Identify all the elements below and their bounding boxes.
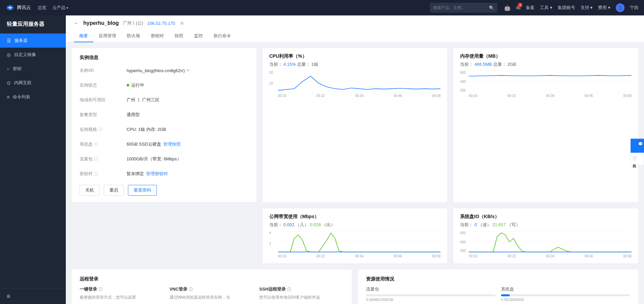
- support-label: 支持: [638, 149, 643, 150]
- tab-snapshots[interactable]: 快照: [169, 30, 189, 42]
- tab-overview[interactable]: 概要: [74, 30, 93, 42]
- doc-float-button[interactable]: 📄 文档: [631, 153, 644, 165]
- page-content: 实例信息 名称/ID hyperhu_blog(lhins-cm8g62rr) …: [66, 42, 644, 304]
- mem-y-labels: 600 400 200: [460, 71, 467, 92]
- sidebar-item-servers[interactable]: ☰ 服务器: [0, 34, 66, 48]
- cpu-chart-inner: [278, 71, 441, 92]
- tab-apps[interactable]: 应用管理: [93, 30, 122, 42]
- in-label: （入）: [295, 222, 309, 227]
- user-avatar[interactable]: 👤: [616, 3, 625, 12]
- edit-name-icon[interactable]: ✏: [187, 68, 190, 73]
- tab-keypairs[interactable]: 密钥对: [145, 30, 169, 42]
- cpu-total: 1核: [311, 62, 318, 67]
- mail-icon[interactable]: ✉ 3: [516, 5, 520, 11]
- mem-chart-svg: [469, 71, 632, 92]
- cpu-current-val: 4.15%: [283, 62, 296, 67]
- manage-keypair-link[interactable]: 管理密钥对: [146, 171, 168, 177]
- server-ip: 106.52.75.175: [147, 21, 175, 26]
- cpu-y-labels: 20 10: [269, 71, 277, 92]
- search-icon[interactable]: 🔍: [489, 5, 494, 10]
- cpu-metric-title: CPU利用率（%）: [269, 53, 441, 59]
- nav-support[interactable]: 支持 ▾: [581, 5, 593, 11]
- copy-ip-icon[interactable]: ⧉: [181, 21, 184, 26]
- mem-chart-inner: [469, 71, 632, 92]
- remote-login-title: 远程登录: [80, 276, 344, 282]
- remote-method-ssh: SSH远程登录 ⓘ 您可以使用本地SSH客户端软件远: [259, 286, 344, 300]
- sub-header: ← hyperhu_blog 广州丨(公) 106.52.75.175 ⧉ 概要…: [66, 15, 644, 42]
- keys-icon: ○: [7, 66, 9, 71]
- read-label: （读）: [478, 222, 491, 227]
- label-spec: 实例规格 ⓘ: [80, 124, 127, 135]
- memory-current-val: 466.5MB: [474, 62, 492, 67]
- resource-disk-fill: [501, 294, 510, 296]
- spec-info-icon[interactable]: ⓘ: [98, 127, 102, 133]
- method-ssh-title: SSH远程登录 ⓘ: [259, 286, 344, 292]
- sidebar-item-label: 内网互联: [14, 80, 32, 86]
- logo-icon: [5, 4, 15, 11]
- top-nav: 腾讯云 总览 云产品 🔍 🤖 ✉ 3 备案 工具 ▾ 集团账号 支持 ▾ 费用 …: [0, 0, 644, 15]
- support-float-button[interactable]: 💬 支持: [631, 139, 644, 153]
- network-icon: ⊙: [7, 80, 11, 86]
- instance-grid: 名称/ID hyperhu_blog(lhins-cm8g62rr) ✏ 实例状…: [80, 65, 248, 180]
- tab-command[interactable]: 执行命令: [208, 30, 236, 42]
- label-name-id: 名称/ID: [80, 65, 127, 76]
- doc-label: 文档: [632, 161, 637, 162]
- nav-tools[interactable]: 工具 ▾: [540, 5, 552, 11]
- resource-traffic-bar: [366, 294, 496, 296]
- value-package: 通用型: [127, 109, 248, 120]
- bandwidth-in-val: 0.002: [283, 222, 294, 227]
- bandwidth-chart: 4 2: [269, 231, 441, 258]
- sidebar-item-keys[interactable]: ○ 密钥: [0, 62, 66, 76]
- sidebar-item-network[interactable]: ⊙ 内网互联: [0, 76, 66, 90]
- search-input[interactable]: [433, 5, 489, 10]
- sidebar-item-commands[interactable]: ≡ 命令列表: [0, 90, 66, 104]
- shutdown-button[interactable]: 关机: [80, 185, 100, 196]
- restart-button[interactable]: 重启: [104, 185, 124, 196]
- value-region: 广州 丨 广州三区: [127, 94, 248, 106]
- cpu-chart-svg: [278, 71, 441, 92]
- sidebar-item-images[interactable]: ◎ 自定义镜像: [0, 48, 66, 62]
- method-ssh-info[interactable]: ⓘ: [287, 287, 291, 292]
- nav-products[interactable]: 云产品: [52, 5, 68, 11]
- label-status: 实例状态: [80, 80, 127, 91]
- method-vnc-info[interactable]: ⓘ: [189, 287, 193, 292]
- nav-beian[interactable]: 备案: [526, 5, 535, 11]
- tab-firewall[interactable]: 防火墙: [122, 30, 145, 42]
- method-1click-info[interactable]: ⓘ: [98, 287, 102, 292]
- nav-overview[interactable]: 总览: [38, 5, 46, 11]
- top-nav-icons: 🤖 ✉ 3 备案 工具 ▾ 集团账号 支持 ▾ 费用 ▾ 👤 宁跌: [504, 3, 639, 12]
- robot-icon[interactable]: 🤖: [504, 5, 511, 11]
- value-keypair: 暂未绑定 管理密钥对: [127, 168, 248, 180]
- io-x-labels: 00:10 00:22 00:34 00:46 00:58: [469, 254, 632, 258]
- sidebar-collapse[interactable]: ≡: [0, 289, 66, 304]
- notification-badge: 3: [518, 3, 522, 7]
- traffic-info-icon[interactable]: ⓘ: [94, 156, 98, 162]
- resource-grid: 流量包 0.00MB/1000GB 系统盘 4.00GB/60GB: [366, 286, 630, 302]
- nav-group[interactable]: 集团账号: [558, 5, 575, 11]
- write-label: （写）: [507, 222, 520, 227]
- bandwidth-metric-title: 公网带宽使用（Mbps）: [269, 214, 441, 220]
- spacer: [71, 208, 257, 264]
- sidebar-title: 轻量应用服务器: [0, 15, 66, 34]
- sidebar-item-label: 命令列表: [13, 94, 30, 100]
- bottom-row: 远程登录 一键登录 ⓘ 最便捷的登录方式，您可以设置 VNC登录: [71, 269, 639, 304]
- bw-chart-inner: [278, 231, 441, 253]
- manage-snapshot-link[interactable]: 管理快照: [163, 141, 181, 147]
- diskio-current: 当前： 0 （读） 21.657 （写）: [460, 222, 632, 228]
- bandwidth-out-val: 0.028: [310, 222, 321, 227]
- cpu-current: 当前： 4.15% 总量： 1核: [269, 61, 441, 67]
- tab-monitor[interactable]: 监控: [189, 30, 208, 42]
- support-icon: 💬: [638, 141, 643, 147]
- value-status: 运行中: [127, 80, 248, 91]
- sub-header-top: ← hyperhu_blog 广州丨(公) 106.52.75.175 ⧉: [74, 20, 636, 26]
- user-name[interactable]: 宁跌: [630, 5, 639, 11]
- images-icon: ◎: [7, 52, 11, 57]
- disk-info-icon[interactable]: ⓘ: [94, 142, 98, 147]
- logo[interactable]: 腾讯云: [5, 4, 31, 11]
- back-button[interactable]: ←: [74, 20, 79, 26]
- keypair-info-icon[interactable]: ⓘ: [94, 171, 98, 177]
- out-label: （出）: [322, 222, 335, 227]
- reset-password-button[interactable]: 重置密码: [128, 185, 157, 196]
- top-nav-links: 总览 云产品: [38, 5, 68, 11]
- nav-fees[interactable]: 费用 ▾: [598, 5, 610, 11]
